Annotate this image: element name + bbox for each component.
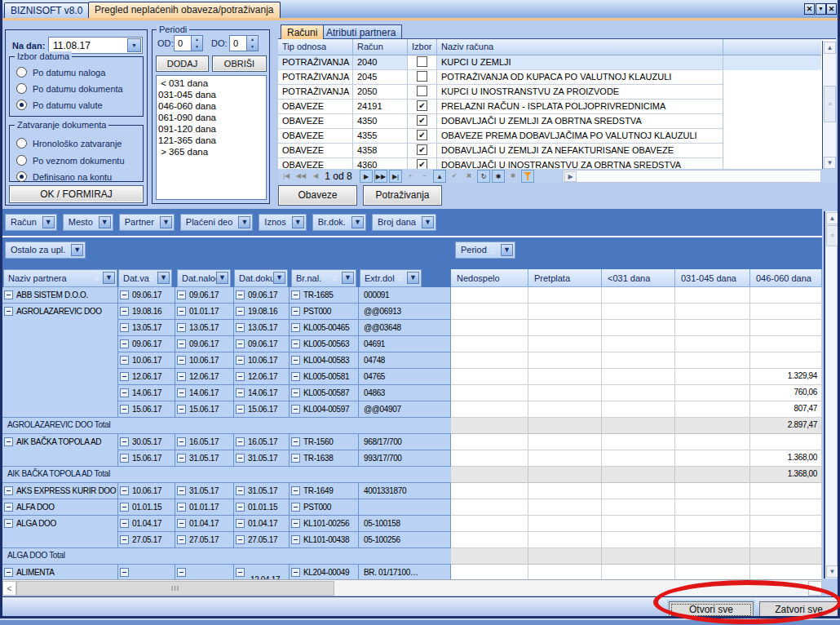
collapse-icon[interactable] [120, 405, 129, 414]
group-chip[interactable]: Iznos▼ [259, 214, 306, 231]
collapse-icon[interactable] [4, 503, 13, 512]
collapse-icon[interactable] [4, 519, 13, 528]
collapse-icon[interactable] [236, 486, 245, 495]
radio-po-veznom-dokumentu[interactable] [16, 155, 27, 166]
radio-po-datumu-dokumenta[interactable] [16, 83, 27, 94]
chevron-down-icon[interactable]: ▼ [422, 216, 434, 228]
tab-atributi-partnera[interactable]: Atributi partnera [320, 24, 402, 39]
column-header-chip[interactable]: Br.nal.△▼ [291, 269, 356, 287]
collapse-icon[interactable] [120, 519, 129, 528]
table-row[interactable]: AIK BAČKA TOPOLA AD30.05.1716.05.1716.05… [2, 434, 822, 450]
account-row[interactable]: OBAVEZE4350✔DOBAVLJAČI U ZEMLJI ZA OBRTN… [278, 114, 821, 129]
collapse-icon[interactable] [4, 486, 13, 495]
table-row[interactable]: 27.05.1727.05.1727.05.17KL101-0043805-10… [2, 532, 822, 548]
account-row[interactable]: POTRAŽIVANJA2050KUPCI U INOSTRANSTVU ZA … [278, 85, 821, 100]
collapse-icon[interactable] [177, 454, 186, 463]
period-list-item[interactable]: 061-090 dana [158, 112, 266, 123]
collapse-icon[interactable] [236, 437, 245, 446]
group-chip[interactable]: Partner▼ [119, 214, 175, 231]
group-chip-period[interactable]: Period△▼ [455, 242, 515, 259]
collapse-icon[interactable] [177, 519, 186, 528]
period-list[interactable]: < 031 dana031-045 dana046-060 dana061-09… [156, 75, 267, 200]
group-chip[interactable]: Plaćeni deo▼ [180, 214, 254, 231]
collapse-icon[interactable] [236, 405, 245, 414]
table-row[interactable]: ALGA DOO Total [2, 548, 822, 565]
delete-record-icon[interactable]: − [418, 170, 431, 183]
collapse-icon[interactable] [236, 339, 245, 348]
column-header-chip[interactable]: Dat.va△▼ [118, 269, 172, 287]
chevron-down-icon[interactable]: ▼ [71, 244, 83, 256]
group-chip[interactable]: Mesto▼ [63, 214, 113, 231]
checkbox[interactable]: ✔ [417, 144, 427, 155]
collapse-icon[interactable] [177, 339, 186, 348]
collapse-icon[interactable] [120, 568, 129, 577]
checkbox[interactable]: ✔ [417, 115, 427, 126]
group-chip[interactable]: Br.dok.▼ [312, 214, 366, 231]
account-row[interactable]: OBAVEZE4355✔OBAVEZE PREMA DOBAVLJAČIMA P… [278, 129, 821, 144]
collapse-icon[interactable] [120, 535, 129, 544]
chevron-down-icon[interactable]: ▼ [127, 38, 141, 52]
column-header-chip[interactable]: Dat.doku▼ [234, 269, 288, 287]
scrollbar-thumb[interactable]: ≡ [824, 86, 836, 122]
table-row[interactable]: ALGA DOO01.04.1701.04.1701.04.17KL101-00… [2, 516, 822, 532]
collapse-icon[interactable] [236, 454, 245, 463]
bookmark-icon[interactable]: ✱ [492, 170, 505, 183]
column-header[interactable]: 046-060 dana [750, 269, 822, 287]
collapse-icon[interactable] [291, 535, 300, 544]
accounts-horizontal-scrollbar[interactable]: ◀ ▶ [563, 170, 821, 183]
scrollbar-thumb[interactable]: III [16, 581, 334, 596]
collapse-icon[interactable] [236, 323, 245, 332]
period-list-item[interactable]: < 031 dana [158, 78, 266, 89]
checkbox[interactable]: ✔ [417, 100, 427, 111]
spinner-arrows-icon[interactable]: ▲▼ [191, 36, 202, 51]
collapse-icon[interactable] [236, 307, 245, 316]
checkbox[interactable] [417, 86, 427, 96]
collapse-icon[interactable] [236, 388, 245, 397]
collapse-icon[interactable] [291, 405, 300, 414]
chevron-down-icon[interactable]: ▼ [273, 272, 285, 284]
collapse-icon[interactable] [236, 356, 245, 365]
table-row[interactable]: 10.06.1710.06.1710.06.17KL004-0058304748 [2, 352, 822, 369]
edit-record-icon[interactable]: ▲ [433, 170, 446, 183]
collapse-icon[interactable] [291, 372, 300, 381]
collapse-icon[interactable] [120, 372, 129, 381]
account-row[interactable]: POTRAŽIVANJA2045POTRAŽIVANJA OD KUPACA P… [278, 70, 821, 85]
table-row[interactable]: 12.06.1712.06.1712.06.17KL005-0058104765… [2, 369, 822, 385]
ok-formiraj-button[interactable]: OK / FORMIRAJ [9, 185, 144, 203]
column-header-chip[interactable]: Extr.dol△▼ [360, 269, 422, 287]
collapse-icon[interactable] [291, 290, 300, 299]
insert-record-icon[interactable]: + [404, 170, 417, 183]
column-header[interactable]: Izbor [408, 39, 437, 55]
column-header[interactable]: 031-045 dana [675, 269, 750, 287]
account-row[interactable]: POTRAŽIVANJA2040KUPCI U ZEMLJI [278, 55, 821, 70]
collapse-icon[interactable] [177, 307, 186, 316]
chevron-down-icon[interactable]: ▼ [157, 272, 170, 284]
scroll-left-icon[interactable]: < [2, 581, 16, 596]
collapse-icon[interactable] [120, 486, 129, 495]
prior-record-icon[interactable]: ◀ [309, 170, 322, 183]
table-row[interactable]: ALIMENTA12.04.17KL204-00049BR. 01/17100… [2, 565, 822, 579]
chevron-down-icon[interactable]: ▼ [816, 3, 826, 15]
column-header-chip[interactable]: Dat.nalog▼ [177, 269, 231, 287]
scrollbar-thumb[interactable]: ≡ [826, 225, 838, 246]
table-row[interactable]: 15.06.1731.05.1731.05.17TR-1638993/17/70… [2, 450, 822, 467]
collapse-icon[interactable] [236, 372, 245, 381]
od-spinner[interactable]: 0 ▲▼ [174, 35, 203, 51]
period-list-item[interactable]: 046-060 dana [158, 100, 266, 112]
collapse-icon[interactable] [291, 454, 300, 463]
chevron-down-icon[interactable]: ▼ [103, 272, 115, 284]
collapse-icon[interactable] [291, 339, 300, 348]
column-header[interactable]: Tip odnosa [278, 39, 353, 55]
collapse-icon[interactable] [177, 535, 186, 544]
chevron-down-icon[interactable]: ▼ [42, 216, 55, 228]
column-header[interactable]: Naziv računa [437, 39, 723, 55]
collapse-icon[interactable] [291, 356, 300, 365]
do-spinner[interactable]: 0 ▲▼ [229, 35, 259, 51]
close-window-icon[interactable]: ✕ [826, 3, 837, 15]
collapse-icon[interactable] [120, 454, 129, 463]
collapse-icon[interactable] [120, 290, 129, 299]
collapse-icon[interactable] [236, 290, 245, 299]
period-list-item[interactable]: 121-365 dana [158, 135, 266, 146]
collapse-icon[interactable] [236, 503, 245, 512]
collapse-icon[interactable] [4, 568, 13, 577]
